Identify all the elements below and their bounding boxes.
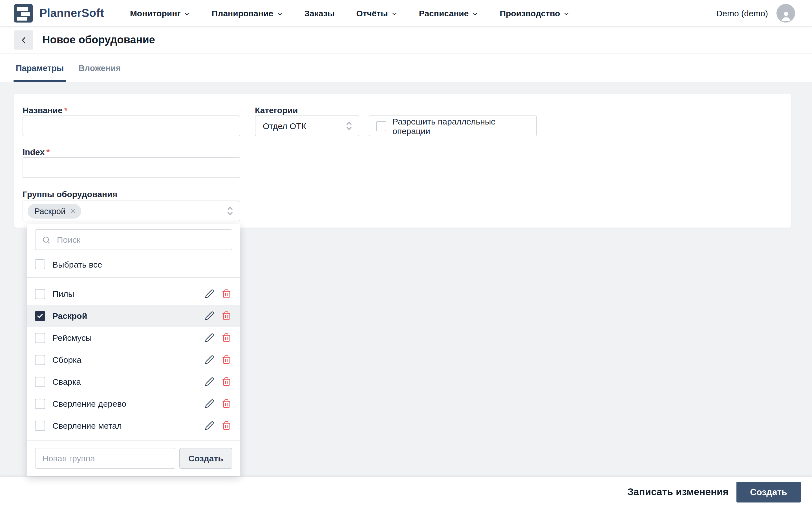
select-all-checkbox[interactable] <box>35 259 45 269</box>
content-area: Название* Категории Отдел ОТК Разрешить … <box>0 82 812 476</box>
chevron-down-icon <box>563 10 569 17</box>
form-card: Название* Категории Отдел ОТК Разрешить … <box>14 94 791 228</box>
group-checkbox[interactable] <box>35 333 45 343</box>
name-field-label: Название* <box>22 105 67 115</box>
tab-parameters[interactable]: Параметры <box>16 54 64 82</box>
group-label: Сборка <box>52 355 205 364</box>
selected-group-tag: Раскрой <box>28 204 81 218</box>
parallel-ops-label: Разрешить параллельные операции <box>393 116 529 135</box>
select-all-label: Выбрать все <box>52 260 102 269</box>
delete-group-button[interactable] <box>221 333 231 342</box>
select-all-row[interactable]: Выбрать все <box>27 253 240 276</box>
chevron-left-icon <box>19 35 29 45</box>
pencil-icon <box>205 399 214 408</box>
parallel-ops-checkbox-field[interactable]: Разрешить параллельные операции <box>369 115 537 136</box>
pencil-icon <box>205 333 214 342</box>
nav-item-orders[interactable]: Заказы <box>304 8 335 18</box>
edit-group-button[interactable] <box>205 377 214 386</box>
nav-item-reports[interactable]: Отчёты <box>356 8 397 18</box>
pencil-icon <box>205 311 214 321</box>
new-group-input[interactable] <box>35 448 175 469</box>
group-row[interactable]: Рейсмусы <box>27 327 240 349</box>
edit-group-button[interactable] <box>205 355 214 364</box>
page-footer: Записать изменения Создать <box>0 476 812 507</box>
groups-dropdown-panel: Выбрать все Пилы Раскрой Рейсмусы <box>27 224 240 476</box>
group-label: Рейсмусы <box>52 333 205 342</box>
pencil-icon <box>205 289 214 298</box>
nav-item-planning[interactable]: Планирование <box>212 8 283 18</box>
group-label: Сварка <box>52 377 205 386</box>
group-search-box <box>35 229 232 250</box>
group-row[interactable]: Сборка <box>27 349 240 371</box>
group-row[interactable]: Сверление метал <box>27 414 240 437</box>
plannersoft-logo-icon[interactable] <box>14 4 33 22</box>
remove-tag-icon[interactable] <box>70 208 76 214</box>
user-avatar[interactable] <box>776 4 795 22</box>
page-title: Новое оборудование <box>42 34 155 46</box>
delete-group-button[interactable] <box>221 289 231 298</box>
group-label: Сверление дерево <box>52 399 205 408</box>
chevron-down-icon <box>472 10 478 17</box>
nav-item-production[interactable]: Производство <box>500 8 569 18</box>
group-label: Пилы <box>52 289 205 298</box>
tab-attachments[interactable]: Вложения <box>79 54 121 82</box>
person-icon <box>779 9 793 22</box>
trash-icon <box>221 311 231 321</box>
check-icon <box>37 313 43 319</box>
edit-group-button[interactable] <box>205 333 214 342</box>
name-input[interactable] <box>22 115 240 136</box>
trash-icon <box>221 355 231 364</box>
group-search-input[interactable] <box>56 234 225 245</box>
group-list: Пилы Раскрой Рейсмусы Сборка <box>27 278 240 437</box>
group-row[interactable]: Пилы <box>27 283 240 305</box>
chevron-down-icon <box>184 10 190 17</box>
group-checkbox[interactable] <box>35 377 45 387</box>
create-group-button[interactable]: Создать <box>179 448 232 469</box>
page-header: Новое оборудование <box>0 26 812 54</box>
delete-group-button[interactable] <box>221 377 231 386</box>
chevron-down-icon <box>391 10 398 17</box>
tab-bar: ПараметрыВложения <box>0 54 812 82</box>
delete-group-button[interactable] <box>221 421 231 431</box>
trash-icon <box>221 333 231 342</box>
trash-icon <box>221 399 231 408</box>
app: PlannerSoft Мониторинг Планирование Зака… <box>0 0 812 507</box>
edit-group-button[interactable] <box>205 399 214 408</box>
nav-menu: Мониторинг Планирование Заказы Отчёты Ра… <box>130 8 569 18</box>
index-input[interactable] <box>22 157 240 178</box>
user-name[interactable]: Demo (demo) <box>716 8 768 18</box>
create-button[interactable]: Создать <box>737 482 801 503</box>
chevron-down-icon <box>276 10 283 17</box>
groups-field-label: Группы оборудования <box>22 189 117 199</box>
trash-icon <box>221 421 231 431</box>
delete-group-button[interactable] <box>221 399 231 408</box>
group-checkbox[interactable] <box>35 311 45 321</box>
group-checkbox[interactable] <box>35 399 45 409</box>
edit-group-button[interactable] <box>205 289 214 298</box>
group-row[interactable]: Сварка <box>27 371 240 393</box>
trash-icon <box>221 289 231 298</box>
parallel-ops-checkbox[interactable] <box>376 121 386 131</box>
category-select[interactable]: Отдел ОТК <box>255 115 359 136</box>
nav-item-monitoring[interactable]: Мониторинг <box>130 8 190 18</box>
save-changes-button[interactable]: Записать изменения <box>625 486 731 498</box>
group-checkbox[interactable] <box>35 420 45 431</box>
nav-item-schedule[interactable]: Расписание <box>419 8 478 18</box>
group-row[interactable]: Сверление дерево <box>27 393 240 414</box>
edit-group-button[interactable] <box>205 311 214 321</box>
group-checkbox[interactable] <box>35 355 45 365</box>
group-label: Раскрой <box>52 311 205 321</box>
brand-name[interactable]: PlannerSoft <box>40 6 104 19</box>
delete-group-button[interactable] <box>221 311 231 321</box>
group-checkbox[interactable] <box>35 289 45 299</box>
required-asterisk: * <box>64 105 68 115</box>
group-label: Сверление метал <box>52 421 205 431</box>
back-button[interactable] <box>14 31 33 50</box>
delete-group-button[interactable] <box>221 355 231 364</box>
groups-multiselect[interactable]: Раскрой <box>22 201 240 221</box>
group-row[interactable]: Раскрой <box>27 305 240 327</box>
nav-right: Demo (demo) <box>716 4 795 22</box>
select-stepper-icon <box>345 121 353 131</box>
edit-group-button[interactable] <box>205 421 214 431</box>
category-select-value: Отдел ОТК <box>263 121 345 131</box>
